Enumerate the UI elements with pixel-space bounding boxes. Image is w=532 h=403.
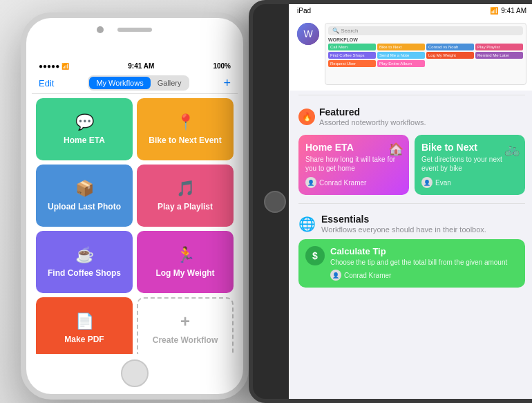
tab-my-workflows[interactable]: My Workflows [89,77,150,89]
essentials-subtitle: Workflows everyone should have in their … [321,225,486,234]
mini-cell-5: Find Coffee Shops [328,52,376,59]
ipad-status-bar: iPad 📶 9:41 AM [289,4,532,17]
playlist-label: Play a Playlist [158,202,213,212]
home-eta-card-desc: Share how long it will take for you to g… [305,155,402,173]
featured-subtitle: Assorted noteworthy workflows. [319,118,426,126]
mini-workflows-label: WORKFLOW [328,37,523,42]
bike-author: 👤 Evan [421,177,518,188]
ipad-mini-preview: 🔍 Search WORKFLOW Call Mom Bike to Next … [325,23,526,85]
coffee-label: Find Coffee Shops [48,268,121,278]
dollar-sign: $ [312,250,318,261]
upload-icon: 📦 [75,180,94,198]
music-icon: 🎵 [176,180,195,198]
globe-icon: 🌐 [298,216,316,232]
home-eta-card[interactable]: 🏠 Home ETA Share how long it will take f… [298,135,409,195]
coffee-icon: ☕ [75,246,94,264]
divider-2 [298,203,525,204]
featured-title: Featured [319,106,426,118]
home-eta-card-title: Home ETA [305,142,402,153]
mini-cell-9: Request Uber [328,60,376,67]
ipad-preview-area: W 🔍 Search WORKFLOW Call Mom Bike to Nex… [289,17,532,91]
phone-camera [97,26,104,33]
mini-cell-6: Send Me a Note [377,52,425,59]
author-avatar-1: 👤 [305,177,316,188]
bike-icon: 📍 [176,113,195,131]
ipad-status-left: iPad [297,7,311,15]
tile-home-eta[interactable]: 💬 Home ETA [36,98,133,160]
phone-screen: ●●●●● 📶 9:41 AM 100% Edit My Workflows G… [32,59,238,354]
ipad-home-button[interactable] [264,191,286,213]
home-eta-icon: 💬 [75,113,94,131]
tip-desc: Choose the tip and get the total bill fr… [330,258,518,267]
ipad-device: iPad 📶 9:41 AM [249,0,532,403]
create-label: Create Workflow [153,335,218,345]
edit-button[interactable]: Edit [39,78,54,88]
dollar-icon: $ [305,246,325,265]
svg-text:W: W [303,28,313,39]
tip-author-row: 👤 Conrad Kramer [330,270,518,281]
weight-icon: 🏃 [176,246,195,264]
tile-make-pdf[interactable]: 📄 Make PDF [36,297,133,354]
tile-bike-next-event[interactable]: 📍 Bike to Next Event [137,98,234,160]
home-eta-label: Home ETA [64,135,105,145]
phone-frame: ●●●●● 📶 9:41 AM 100% Edit My Workflows G… [26,18,243,394]
author-name-1: Conrad Kramer [319,179,366,187]
bike-icon-card: 🚲 [504,142,520,157]
weight-label: Log My Weight [155,268,214,278]
pdf-label: Make PDF [64,335,104,344]
app-logo: W [297,23,319,45]
phone-nav-bar: Edit My Workflows Gallery + [32,73,238,94]
bike-card-desc: Get directions to your next event by bik… [421,155,518,173]
mini-cell-7: Log My Weight [426,52,474,59]
featured-header: 🔥 Featured Assorted noteworthy workflows… [298,106,525,126]
upload-label: Upload Last Photo [48,202,121,212]
featured-cards: 🏠 Home ETA Share how long it will take f… [289,131,532,199]
essentials-section: 🌐 Essentials Workflows everyone should h… [289,208,532,236]
tile-upload-photo[interactable]: 📦 Upload Last Photo [36,165,133,227]
ipad-wifi-icon: 📶 [490,7,498,15]
wifi-icon: 📶 [61,63,69,70]
tab-switcher: My Workflows Gallery [88,75,189,91]
mini-cell-8: Remind Me Later [475,52,523,59]
home-eta-author: 👤 Conrad Kramer [305,177,402,188]
essentials-title: Essentials [321,214,486,225]
mini-cell-10: Play Entire Album [377,60,425,67]
signal-dots: ●●●●● 📶 [39,62,69,70]
tip-content: Calculate Tip Choose the tip and get the… [330,246,518,281]
calculate-tip-card[interactable]: $ Calculate Tip Choose the tip and get t… [298,239,525,288]
workflow-grid: 💬 Home ETA 📍 Bike to Next Event 📦 Upload… [32,94,238,354]
tile-log-weight[interactable]: 🏃 Log My Weight [137,231,234,293]
featured-icon: 🔥 [298,109,315,125]
mini-cell-1: Call Mom [328,44,376,50]
featured-text: Featured Assorted noteworthy workflows. [319,106,426,126]
ipad-time: 9:41 AM [501,7,526,15]
ipad-frame: iPad 📶 9:41 AM [253,4,532,399]
house-icon: 🏠 [388,142,403,157]
bike-card-title: Bike to Next [421,142,518,153]
essentials-header: 🌐 Essentials Workflows everyone should h… [298,214,525,234]
status-time: 9:41 AM [128,62,154,70]
phone-home-button[interactable] [121,359,149,387]
signal-icon: ●●●●● [39,62,59,70]
phone-speaker [117,28,152,32]
divider-1 [298,95,525,95]
tip-author-avatar: 👤 [330,270,341,281]
mini-cell-3: Conrad vs Noah [426,44,474,50]
add-workflow-button[interactable]: + [223,76,231,91]
featured-section: 🔥 Featured Assorted noteworthy workflows… [289,100,532,131]
battery-area: 100% [213,62,231,70]
tab-gallery[interactable]: Gallery [151,77,189,89]
tile-find-coffee[interactable]: ☕ Find Coffee Shops [36,231,133,293]
tip-author-name: Conrad Kramer [344,272,391,279]
battery-percent: 100% [213,62,231,70]
phone-status-bar: ●●●●● 📶 9:41 AM 100% [32,59,238,73]
bike-card[interactable]: 🚲 Bike to Next Get directions to your ne… [415,135,525,195]
mini-cell-2: Bike to Next [377,44,425,50]
tile-create-workflow[interactable]: + Create Workflow [137,297,234,354]
essentials-text: Essentials Workflows everyone should hav… [321,214,486,234]
bike-label: Bike to Next Event [149,135,221,145]
tile-play-playlist[interactable]: 🎵 Play a Playlist [137,165,234,227]
author-avatar-2: 👤 [421,177,433,188]
phone-device: ●●●●● 📶 9:41 AM 100% Edit My Workflows G… [21,12,249,400]
tip-title: Calculate Tip [330,246,518,256]
